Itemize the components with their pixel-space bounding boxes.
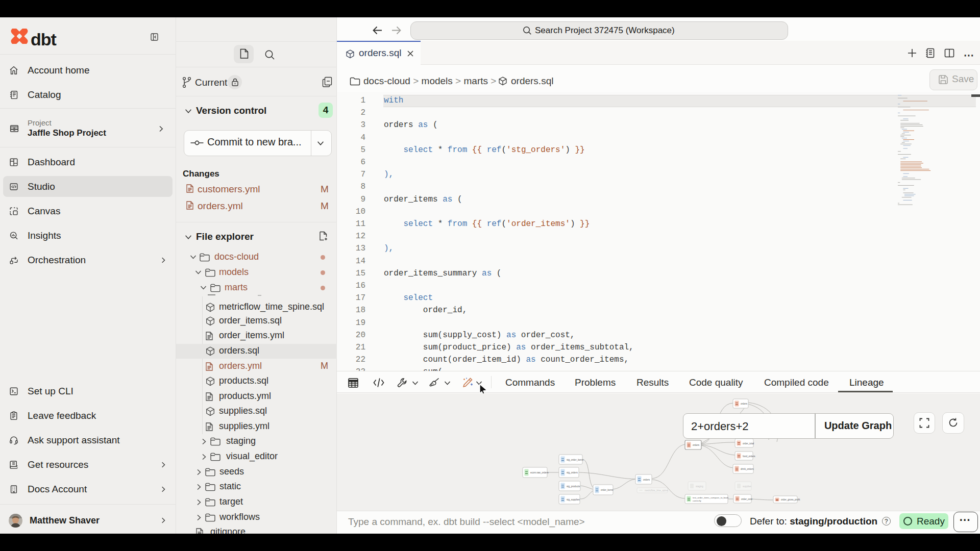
svg-text:stg_orders: stg_orders (567, 471, 578, 474)
svg-text:supplies: supplies (743, 485, 752, 488)
svg-text:food_orders: food_orders (743, 455, 755, 458)
svg-text:order_items: order_items (601, 489, 614, 491)
svg-text:stg_supplies: stg_supplies (567, 498, 580, 501)
svg-text:orders: orders (741, 403, 748, 405)
svg-text:staging: staging (696, 485, 703, 488)
svg-text:order_cost: order_cost (741, 498, 752, 500)
svg-text:test_order_items_compare_to_bo: test_order_items_compare_to_book (693, 496, 729, 499)
svg-text:ecom.raw_orders: ecom.raw_orders (530, 471, 549, 474)
svg-text:order_total: order_total (743, 442, 754, 445)
svg-text:correctly: correctly (693, 499, 701, 502)
svg-text:drink_orders: drink_orders (741, 468, 754, 470)
svg-text:stg_products: stg_products (567, 485, 580, 488)
svg-text:order_gross_profit: order_gross_profit (781, 498, 800, 501)
svg-text:metricflow_time_spine: metricflow_time_spine (645, 489, 668, 492)
svg-text:orders: orders (693, 444, 700, 446)
svg-text:stg_order_items: stg_order_items (567, 459, 584, 461)
svg-text:orders: orders (643, 479, 650, 481)
